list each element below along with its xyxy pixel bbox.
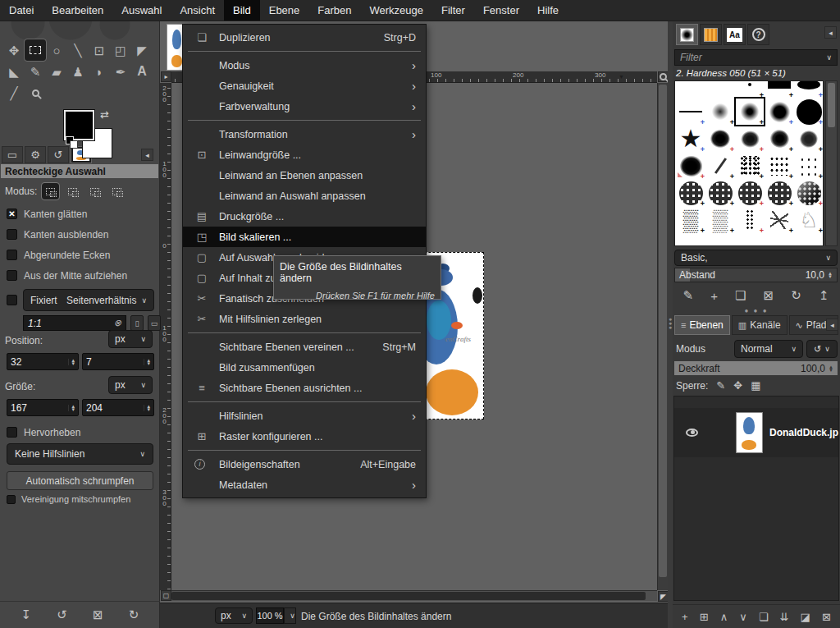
menu-transformation[interactable]: Transformation›	[183, 124, 426, 144]
tab-kanäle[interactable]: ▥Kanäle	[732, 315, 788, 335]
menu-mit-hilfslinien-zerlegen[interactable]: ✂Mit Hilfslinien zerlegen	[183, 309, 426, 329]
menubar-item-fenster[interactable]: Fenster	[474, 0, 528, 21]
color-picker-tool[interactable]: ╱	[3, 82, 25, 103]
brush-cell[interactable]: +	[736, 126, 764, 152]
spinner-arrows-icon[interactable]: ▲▼	[828, 272, 833, 278]
fuzzy-select-tool[interactable]: ╲	[67, 39, 89, 61]
rectangle-select-tool[interactable]	[25, 39, 46, 61]
menu-druckgroesse[interactable]: ▤Druckgröße ...	[183, 206, 426, 227]
new-layer-group-button[interactable]: ⊞	[700, 611, 709, 623]
add-mode-button[interactable]	[64, 183, 81, 199]
brush-cell[interactable]: +	[765, 180, 793, 206]
brush-cell[interactable]: +	[677, 180, 705, 206]
brush-cell[interactable]: +	[795, 99, 823, 125]
brush-filter-input[interactable]: Filter ∨	[674, 49, 838, 66]
dock-collapse-button[interactable]: ◂	[824, 26, 837, 39]
hervorheben-checkbox[interactable]: Hervorheben	[7, 422, 80, 442]
brush-cell[interactable]: ♘+	[795, 207, 823, 233]
delete-brush-button[interactable]: ⊠	[764, 288, 774, 303]
horizontal-scrollbar[interactable]	[171, 590, 657, 601]
dock-grip-handle[interactable]: ● ● ●	[673, 307, 840, 314]
raise-layer-button[interactable]: ∧	[720, 611, 728, 623]
lock-position-button[interactable]: ✥	[733, 379, 742, 392]
brush-cell[interactable]: +	[795, 126, 823, 152]
size-width-spinner[interactable]: 167 ▴▾	[7, 399, 79, 416]
portrait-orientation-button[interactable]: ▯	[130, 315, 144, 331]
swap-colors-icon[interactable]: ⇄	[100, 108, 109, 121]
unit-dropdown[interactable]: px ∨	[215, 607, 253, 624]
tab-help[interactable]: ?	[747, 24, 769, 45]
eraser-tool[interactable]: ▰	[46, 61, 67, 82]
open-brush-as-image-button[interactable]: ↥	[819, 288, 829, 303]
size-unit-dropdown[interactable]: px ∨	[108, 376, 153, 394]
panel-divider[interactable]: ●●●	[668, 21, 673, 628]
tab-patterns[interactable]	[700, 24, 722, 45]
clone-tool[interactable]: ♟	[67, 61, 89, 82]
refresh-brushes-button[interactable]: ↻	[791, 288, 801, 303]
save-preset-button[interactable]: ↧	[21, 607, 32, 622]
crop-tool[interactable]: ⊡	[89, 39, 110, 61]
brush-cell[interactable]: +	[795, 180, 823, 206]
brush-tag-dropdown[interactable]: Basic, ∨	[674, 250, 838, 266]
brush-cell[interactable]: ▒+	[706, 207, 734, 233]
zoom-dropdown-button[interactable]: ∨	[284, 607, 296, 624]
menu-leinwandgroesse[interactable]: ⊡Leinwandgröße ...	[183, 144, 426, 165]
menubar-item-hilfe[interactable]: Hilfe	[528, 0, 568, 21]
zoom-tool[interactable]	[25, 82, 46, 103]
menu-bildeigenschaften[interactable]: iBildeigenschaftenAlt+Eingabe	[183, 454, 426, 474]
aus-der-mitte-aufziehen-checkbox[interactable]: Aus der Mitte aufziehen	[7, 265, 154, 286]
kanten-ausblenden-checkbox[interactable]: Kanten ausblenden	[7, 224, 154, 245]
brush-cell[interactable]: +	[736, 180, 764, 206]
horizontal-scrollbar-thumb[interactable]	[171, 592, 646, 600]
layer-name[interactable]: DonaldDuck.jp	[769, 427, 838, 438]
layer-mode-dropdown[interactable]: Normal ∨	[734, 340, 803, 358]
brush-cell[interactable]	[706, 80, 734, 98]
tab-brushes[interactable]	[676, 24, 698, 45]
fixed-ratio-dropdown[interactable]: Fixiert Seitenverhältnis∨	[23, 289, 154, 311]
brush-cell[interactable]: +	[795, 153, 823, 179]
tab-ebenen[interactable]: ≡Ebenen	[674, 315, 730, 335]
tab-undo-history[interactable]: ↺	[48, 146, 69, 163]
lock-alpha-button[interactable]: ▦	[751, 379, 760, 392]
bucket-fill-tool[interactable]: ◣	[3, 61, 25, 82]
guides-dropdown[interactable]: Keine Hilfslinien ∨	[7, 443, 153, 465]
spinner-arrows-icon[interactable]: ▴▾	[68, 359, 75, 365]
menu-genauigkeit[interactable]: Genauigkeit›	[183, 76, 426, 96]
position-y-spinner[interactable]: 7 ▴▾	[82, 353, 154, 370]
size-height-spinner[interactable]: 204 ▴▾	[82, 399, 154, 416]
layer-thumbnail[interactable]	[736, 412, 763, 453]
duplicate-brush-button[interactable]: ❏	[735, 288, 746, 303]
layer-row[interactable]: DonaldDuck.jp	[674, 408, 838, 457]
lock-pixels-button[interactable]: ✎	[716, 379, 725, 392]
brush-cell[interactable]: +	[736, 80, 764, 98]
menubar-item-ansicht[interactable]: Ansicht	[171, 0, 224, 21]
menu-duplizieren[interactable]: ❏DuplizierenStrg+D	[183, 27, 426, 48]
brush-cell[interactable]: +	[706, 153, 734, 179]
quick-mask-toggle[interactable]: ▢	[161, 590, 171, 601]
brush-cell[interactable]: +	[765, 126, 793, 152]
brush-cell[interactable]	[677, 80, 705, 98]
brush-cell[interactable]: +	[736, 207, 764, 233]
menubar-item-datei[interactable]: Datei	[0, 0, 43, 21]
new-brush-button[interactable]: +	[710, 289, 718, 303]
brush-cell[interactable]: +	[765, 99, 793, 125]
paintbrush-tool[interactable]: ✎	[25, 61, 46, 82]
free-select-tool[interactable]: ○	[46, 39, 67, 61]
subtract-mode-button[interactable]	[86, 183, 103, 199]
menubar-item-filter[interactable]: Filter	[432, 0, 474, 21]
kanten-glaetten-checkbox[interactable]: ✕Kanten glätten	[7, 204, 154, 224]
menu-raster-konfigurieren[interactable]: ⊞Raster konfigurieren ...	[183, 426, 426, 447]
vertical-scrollbar-thumb[interactable]	[659, 85, 667, 577]
brush-cell[interactable]: +	[795, 80, 823, 98]
brush-cell[interactable]: +	[736, 99, 764, 125]
restore-preset-button[interactable]: ↺	[57, 607, 67, 622]
menubar-item-auswahl[interactable]: Auswahl	[112, 0, 171, 21]
brush-cell[interactable]: +	[765, 153, 793, 179]
tab-devices[interactable]: ▭	[2, 146, 23, 163]
brush-cell[interactable]: +	[736, 153, 764, 179]
unified-transform-tool[interactable]: ◰	[110, 39, 131, 61]
brush-cell[interactable]: +	[677, 153, 705, 179]
replace-mode-button[interactable]	[42, 183, 59, 199]
layer-visibility-eye-icon[interactable]	[686, 429, 698, 437]
spinner-arrows-icon[interactable]: ▴▾	[144, 405, 150, 411]
